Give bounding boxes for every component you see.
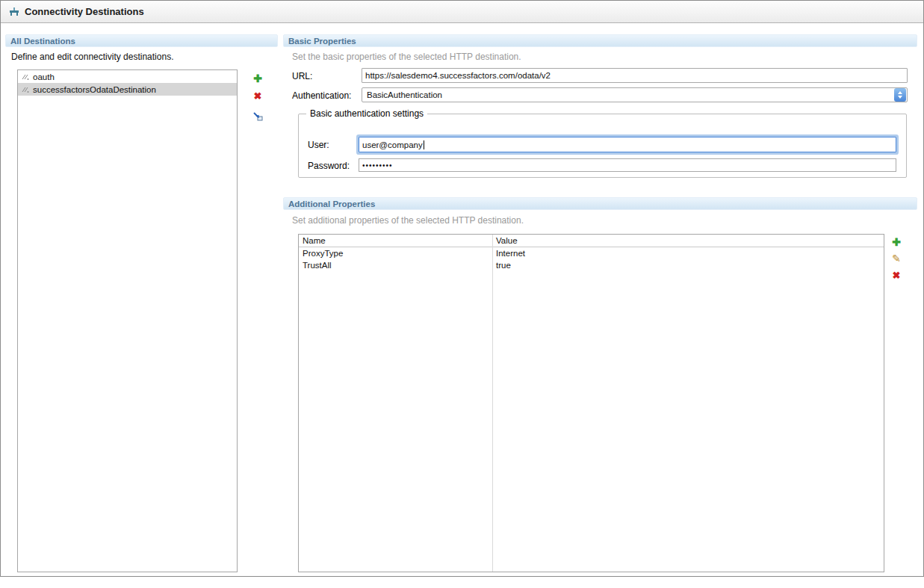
- url-label: URL:: [292, 71, 312, 81]
- destination-item-icon: [21, 85, 30, 94]
- destinations-toolbar: ✚ ✖: [251, 72, 264, 123]
- delete-icon: ✖: [254, 90, 262, 102]
- password-label: Password:: [308, 161, 350, 171]
- password-input-value: •••••••••: [362, 161, 393, 170]
- user-label: User:: [308, 140, 329, 150]
- password-input[interactable]: •••••••••: [359, 158, 896, 172]
- import-destination-button[interactable]: [251, 109, 264, 123]
- authentication-select[interactable]: BasicAuthentication: [362, 87, 908, 102]
- property-value-cell: Internet: [492, 249, 884, 258]
- combo-arrows-icon: [894, 88, 906, 102]
- page-title: Connectivity Destinations: [25, 6, 144, 17]
- property-value-cell: true: [492, 261, 884, 270]
- basic-properties-title: Basic Properties: [288, 37, 356, 46]
- all-destinations-section-header: All Destinations: [5, 34, 278, 47]
- add-property-button[interactable]: ✚: [890, 235, 903, 249]
- list-item-label: oauth: [33, 72, 55, 81]
- edit-pencil-icon: ✎: [892, 253, 901, 264]
- additional-properties-description: Set additional properties of the selecte…: [292, 215, 524, 226]
- authentication-label: Authentication:: [292, 90, 351, 101]
- basic-auth-group-title: Basic authentication settings: [306, 108, 427, 119]
- user-input-value: user@company: [362, 140, 423, 149]
- import-icon: [252, 110, 264, 122]
- delete-property-button[interactable]: ✖: [890, 268, 903, 282]
- delete-icon: ✖: [893, 270, 901, 281]
- delete-destination-button[interactable]: ✖: [251, 89, 264, 102]
- title-bar: Connectivity Destinations: [1, 1, 923, 23]
- property-name-cell: ProxyType: [299, 249, 492, 258]
- property-name-cell: TrustAll: [299, 261, 492, 270]
- destinations-icon: [8, 6, 20, 18]
- additional-properties-toolbar: ✚ ✎ ✖: [890, 235, 903, 282]
- url-input[interactable]: [362, 68, 908, 83]
- basic-properties-description: Set the basic properties of the selected…: [292, 52, 521, 62]
- destination-item-icon: [21, 72, 30, 81]
- table-header-value: Value: [492, 236, 884, 245]
- add-icon: ✚: [253, 72, 262, 84]
- table-column-divider: [492, 235, 493, 572]
- table-header-name: Name: [299, 236, 492, 245]
- table-header-row: Name Value: [299, 235, 884, 247]
- basic-properties-section-header: Basic Properties: [283, 34, 917, 47]
- edit-property-button[interactable]: ✎: [890, 252, 903, 265]
- all-destinations-description: Define and edit connectivity destination…: [11, 52, 173, 62]
- connectivity-destinations-window: Connectivity Destinations All Destinatio…: [0, 0, 924, 577]
- add-icon: ✚: [892, 236, 901, 248]
- list-item-label: successfactorsOdataDestination: [33, 85, 156, 94]
- additional-properties-table: Name Value ProxyType Internet TrustAll t…: [298, 234, 884, 572]
- add-destination-button[interactable]: ✚: [251, 72, 264, 85]
- destinations-list: oauth successfactorsOdataDestination: [17, 69, 238, 572]
- list-item-oauth[interactable]: oauth: [18, 70, 237, 83]
- additional-properties-title: Additional Properties: [288, 199, 375, 208]
- basic-auth-groupbox: Basic authentication settings User: user…: [298, 114, 907, 178]
- all-destinations-title: All Destinations: [10, 37, 75, 46]
- user-input[interactable]: user@company: [359, 137, 896, 152]
- authentication-selected-value: BasicAuthentication: [362, 90, 894, 99]
- text-caret: [424, 140, 424, 149]
- table-row[interactable]: ProxyType Internet: [299, 247, 884, 259]
- list-item-successfactors[interactable]: successfactorsOdataDestination: [18, 83, 237, 96]
- additional-properties-section-header: Additional Properties: [283, 197, 917, 210]
- table-row[interactable]: TrustAll true: [299, 259, 884, 271]
